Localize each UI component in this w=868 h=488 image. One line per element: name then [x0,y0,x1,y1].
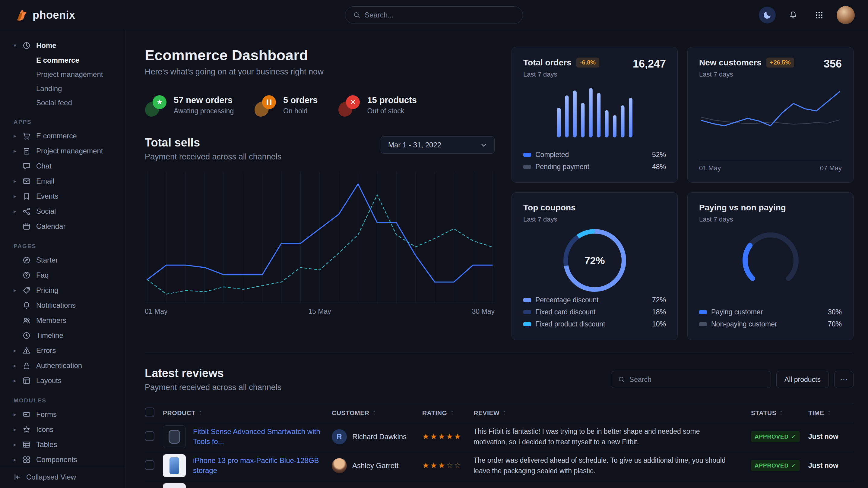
sidebar-item-project-management-dash[interactable]: Project management [0,67,125,82]
customer-avatar [332,458,347,473]
sidebar-item-ecommerce[interactable]: E commerce [0,53,125,67]
notifications-button[interactable] [785,7,802,24]
column-header-status[interactable]: STATUS [751,409,808,417]
all-products-button[interactable]: All products [776,371,829,388]
sidebar-item-label: Chat [36,162,52,170]
table-row: Fitbit Sense Advanced Smartwatch with To… [145,422,854,451]
x-label: 15 May [308,307,331,316]
reviews-toolbar: All products ⋯ [611,371,854,388]
product-link[interactable]: Fitbit Sense Advanced Smartwatch with To… [193,427,323,446]
change-badge: -6.8% [576,58,599,67]
legend-label: Fixed card discount [535,308,595,316]
reviews-search[interactable] [611,371,771,388]
legend-label: Paying customer [711,308,763,316]
sidebar-item-home[interactable]: ▾ Home [0,38,125,53]
sidebar-item-components[interactable]: ▸ Components [0,452,125,466]
date-range-select[interactable]: Mar 1 - 31, 2022 [381,136,495,154]
theme-toggle-button[interactable] [759,7,776,24]
sidebar-section-apps: APPS [0,119,125,125]
x-icon: ✕ [338,94,361,116]
sidebar-item-calendar[interactable]: Calendar [0,219,125,234]
sidebar-item-email[interactable]: ▸ Email [0,174,125,189]
legend-item: Paying customer 30% [699,306,842,317]
sidebar-item-label: Notifications [36,301,76,310]
column-header-product[interactable]: PRODUCT [163,409,332,417]
chevron-right-icon: ▸ [13,378,22,384]
column-header-time[interactable]: TIME [808,409,854,417]
bell-icon [789,10,798,20]
brand[interactable]: phoenix [13,8,75,22]
sidebar-item-starter[interactable]: Starter [0,253,125,268]
phoenix-logo-icon [13,8,28,22]
chevron-right-icon: ▸ [13,441,22,448]
sidebar-item-timeline[interactable]: Timeline [0,328,125,343]
stat-value: 15 products [367,95,416,105]
more-options-button[interactable]: ⋯ [834,371,854,388]
legend-value: 72% [652,296,666,304]
sidebar-item-events[interactable]: ▸ Events [0,189,125,204]
main-content: Ecommerce Dashboard Here's what's going … [125,30,868,488]
apps-grid-button[interactable] [811,7,828,24]
legend-bullet [523,322,531,326]
x-label: 07 May [820,164,842,172]
sidebar-item-label: Events [36,192,58,200]
product-thumbnail [163,425,186,448]
legend-label: Fixed product discount [535,320,605,328]
sidebar-item-label: Social [36,207,56,216]
chevron-right-icon: ▸ [13,148,22,154]
chevron-right-icon: ▸ [13,426,22,433]
sidebar-section-modules: MODULES [0,397,125,404]
sort-icon [827,411,831,415]
sidebar-item-pricing[interactable]: ▸ Pricing [0,283,125,298]
global-search-input[interactable] [365,11,515,19]
sidebar-item-social[interactable]: ▸ Social [0,204,125,219]
stat-label: On hold [283,107,318,115]
sidebar-item-layouts[interactable]: ▸ Layouts [0,373,125,388]
select-all-checkbox[interactable] [145,408,154,417]
row-checkbox[interactable] [145,431,154,441]
customer-name: Richard Dawkins [352,432,407,441]
donut-center-value: 72% [563,229,626,292]
product-link[interactable]: iPhone 13 pro max-Pacific Blue-128GB sto… [193,456,323,475]
sidebar-item-forms[interactable]: ▸ Forms [0,407,125,422]
compass-icon [22,256,31,265]
stat-label: Out of stock [367,107,416,115]
legend-bullet [523,310,531,314]
collapse-view-button[interactable]: Collapsed View [0,466,125,488]
new-customers-card: New customers +26.5% Last 7 days 356 01 … [687,47,854,183]
sidebar-item-notifications[interactable]: Notifications [0,298,125,313]
legend-item: Fixed product discount 10% [523,319,666,329]
sidebar-item-ecommerce-app[interactable]: ▸ E commerce [0,128,125,143]
reviews-table: PRODUCT CUSTOMER RATING REVIEW [145,403,854,488]
sidebar-item-landing[interactable]: Landing [0,82,125,96]
user-avatar[interactable] [837,6,855,24]
legend-value: 48% [652,163,666,171]
stat-label: Awating processing [174,107,234,115]
sidebar-item-authentication[interactable]: ▸ Authentication [0,358,125,373]
sidebar-item-icons[interactable]: ▸ Icons [0,422,125,437]
chevron-right-icon: ▸ [13,347,22,354]
calendar-icon [22,222,31,231]
sidebar-item-label: Email [36,177,54,185]
column-header-customer[interactable]: CUSTOMER [332,409,422,417]
row-checkbox[interactable] [145,460,154,470]
new-customers-chart [699,86,842,143]
sidebar-item-label: E commerce [36,132,77,140]
sidebar-item-faq[interactable]: Faq [0,268,125,283]
sidebar-item-tables[interactable]: ▸ Tables [0,437,125,452]
global-search[interactable] [345,6,523,24]
sidebar-item-project-management[interactable]: ▸ Project management [0,143,125,159]
chat-icon [22,162,31,171]
sidebar-item-social-feed[interactable]: Social feed [0,96,125,110]
reviews-search-input[interactable] [629,376,764,384]
status-badge: APPROVED✓ [751,431,800,442]
question-icon [22,271,31,280]
sidebar-item-errors[interactable]: ▸ Errors [0,343,125,358]
page-subtitle: Here's what's going on at your business … [145,67,495,76]
column-header-rating[interactable]: RATING [422,409,473,417]
sidebar-item-chat[interactable]: Chat [0,159,125,174]
sidebar-item-members[interactable]: Members [0,313,125,328]
column-header-review[interactable]: REVIEW [473,409,751,417]
card-title: New customers [699,58,762,67]
table-row: iPhone 13 pro max-Pacific Blue-128GB sto… [145,451,854,480]
